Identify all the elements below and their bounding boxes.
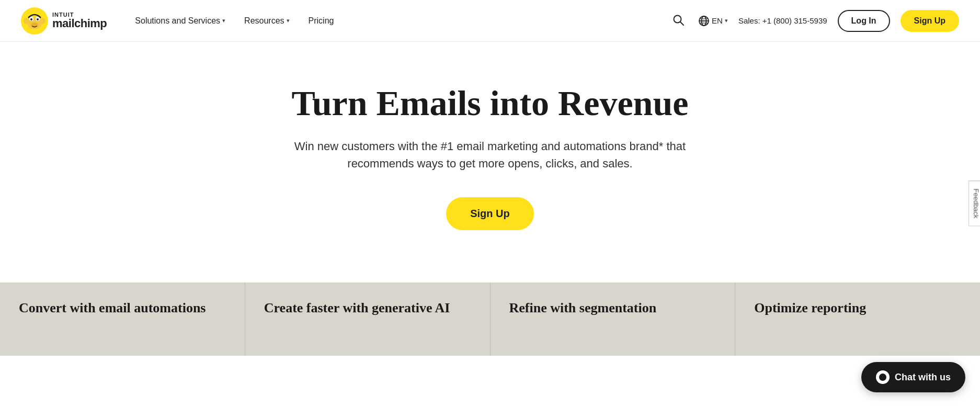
hero-subtitle: Win new customers with the #1 email mark… — [281, 138, 699, 172]
feature-card-1[interactable]: Create faster with generative AI — [245, 282, 491, 356]
language-selector[interactable]: EN ▾ — [698, 15, 728, 27]
signup-nav-button[interactable]: Sign Up — [901, 10, 959, 32]
solutions-chevron-icon: ▾ — [222, 17, 225, 24]
mailchimp-label: mailchimp — [52, 18, 107, 29]
svg-point-5 — [37, 18, 39, 20]
logo[interactable]: INTUIT mailchimp — [21, 7, 107, 35]
search-icon — [672, 14, 685, 26]
nav-links: Solutions and Services ▾ Resources ▾ Pri… — [128, 12, 669, 30]
feedback-label: Feedback — [972, 188, 980, 218]
nav-right: EN ▾ Sales: +1 (800) 315-5939 Log In Sig… — [669, 10, 959, 32]
feature-card-text-0: Convert with email automations — [19, 300, 206, 315]
feature-card-2[interactable]: Refine with segmentation — [491, 282, 736, 356]
logo-text: INTUIT mailchimp — [52, 12, 107, 29]
lang-label: EN — [712, 16, 723, 25]
feedback-tab[interactable]: Feedback — [968, 180, 980, 226]
feature-card-text-1: Create faster with generative AI — [264, 300, 450, 315]
feature-card-3[interactable]: Optimize reporting — [735, 282, 980, 356]
svg-point-8 — [40, 18, 45, 24]
mailchimp-logo-icon — [21, 7, 48, 35]
svg-point-7 — [24, 18, 29, 24]
resources-label: Resources — [244, 16, 284, 26]
pricing-nav[interactable]: Pricing — [301, 12, 341, 30]
lang-chevron-icon: ▾ — [725, 17, 728, 24]
hero-section: Turn Emails into Revenue Win new custome… — [0, 42, 980, 282]
login-button[interactable]: Log In — [838, 10, 890, 32]
hero-signup-button[interactable]: Sign Up — [446, 197, 534, 230]
solutions-services-label: Solutions and Services — [135, 16, 220, 26]
feature-card-text-2: Refine with segmentation — [509, 300, 657, 315]
feature-card-text-3: Optimize reporting — [754, 300, 866, 315]
globe-icon — [698, 15, 710, 27]
resources-chevron-icon: ▾ — [287, 17, 290, 24]
feature-card-0[interactable]: Convert with email automations — [0, 282, 245, 356]
hero-title: Turn Emails into Revenue — [292, 84, 689, 123]
feature-cards: Convert with email automations Create fa… — [0, 282, 980, 356]
search-button[interactable] — [669, 10, 688, 31]
solutions-services-nav[interactable]: Solutions and Services ▾ — [128, 12, 233, 30]
sales-phone: Sales: +1 (800) 315-5939 — [738, 16, 827, 25]
navbar: INTUIT mailchimp Solutions and Services … — [0, 0, 980, 42]
resources-nav[interactable]: Resources ▾ — [237, 12, 297, 30]
svg-line-10 — [680, 22, 683, 25]
pricing-label: Pricing — [309, 16, 334, 26]
svg-point-4 — [30, 18, 32, 20]
